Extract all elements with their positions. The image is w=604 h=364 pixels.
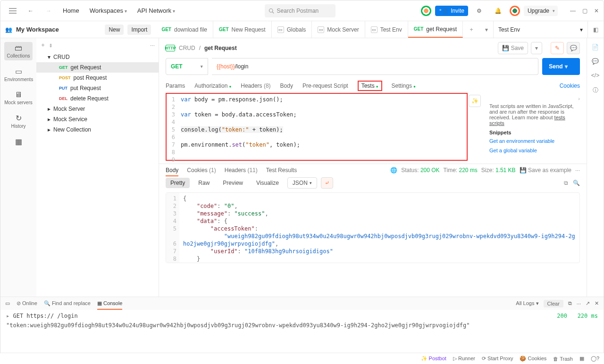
user-avatar-icon[interactable] (510, 6, 520, 16)
more-icon[interactable]: ··· (150, 42, 155, 49)
proxy-link[interactable]: ⟳ Start Proxy (482, 356, 513, 362)
postbot-link[interactable]: ✨ Postbot (421, 356, 446, 362)
send-button[interactable]: Send▾ (542, 58, 580, 75)
add-tab-button[interactable]: ＋ (463, 21, 480, 38)
network-icon[interactable]: 🌐 (390, 167, 397, 174)
breadcrumb-collection[interactable]: CRUD (179, 45, 195, 51)
code-icon[interactable]: </> (591, 72, 599, 79)
environment-selector[interactable]: Test Env▾ (493, 21, 587, 38)
chevron-right-icon[interactable]: › (578, 96, 580, 101)
maximize-icon[interactable]: ▢ (582, 8, 587, 14)
menu-icon[interactable] (5, 3, 20, 18)
notifications-icon[interactable]: 🔔 (491, 3, 506, 18)
runner-link[interactable]: ▷ Runner (453, 356, 475, 362)
console-tab[interactable]: ▦ Console (97, 300, 122, 306)
tab-test-env[interactable]: ▭Test Env (365, 21, 408, 38)
copy-icon[interactable]: ⧉ (568, 300, 572, 306)
view-preview[interactable]: Preview (218, 178, 248, 188)
docs-icon[interactable]: 📄 (592, 44, 599, 50)
resp-tests[interactable]: Test Results (266, 167, 297, 174)
nav-workspaces[interactable]: Workspaces (86, 5, 131, 16)
copy-icon[interactable]: ⧉ (564, 180, 568, 186)
tab-mock-server[interactable]: ▭Mock Server (312, 21, 365, 38)
nav-api-network[interactable]: API Network (134, 5, 179, 16)
minimize-icon[interactable]: — (570, 8, 576, 14)
tree-mock-server[interactable]: ▸Mock Server (36, 104, 159, 114)
tree-get-request[interactable]: GETget Request (36, 62, 159, 73)
help-icon[interactable]: ◯? (591, 356, 599, 362)
tree-put-request[interactable]: PUTput Request (36, 83, 159, 93)
save-button[interactable]: 💾Save (498, 42, 528, 54)
tab-globals[interactable]: ▭Globals (272, 21, 312, 38)
tab-get-request[interactable]: GETget Request (408, 21, 463, 38)
import-button[interactable]: Import (127, 25, 151, 35)
tab-download-file[interactable]: GETdownload file (156, 21, 213, 38)
comment-icon[interactable]: 💬 (567, 42, 580, 54)
view-raw[interactable]: Raw (193, 178, 214, 188)
snippet-env-var[interactable]: Get an environment variable (489, 138, 580, 144)
tree-crud[interactable]: ▾CRUD (36, 52, 159, 62)
settings-icon[interactable]: ⚙ (472, 3, 487, 18)
more-icon[interactable]: ··· (575, 167, 580, 174)
back-icon[interactable]: ← (23, 3, 38, 18)
cookies-link[interactable]: 🍪 Cookies (520, 356, 546, 362)
response-body[interactable]: 12345678 { "code": "0", "message": "succ… (166, 192, 580, 263)
wrap-icon[interactable]: ⤶ (321, 177, 333, 189)
filter-icon[interactable]: ⫾ (50, 42, 52, 49)
tab-headers[interactable]: Headers (8) (241, 83, 270, 89)
new-button[interactable]: New (105, 25, 124, 35)
expand-icon[interactable]: ↗ (586, 300, 590, 306)
close-icon[interactable]: ✕ (594, 8, 599, 14)
method-selector[interactable]: GET▾ (166, 58, 208, 75)
tab-prerequest[interactable]: Pre-request Script (302, 83, 348, 89)
search-input[interactable]: Search Postman (265, 4, 336, 17)
search-icon[interactable]: 🔍 (573, 180, 580, 186)
more-icon[interactable]: ··· (577, 301, 581, 306)
find-replace[interactable]: 🔍 Find and replace (44, 300, 91, 306)
tab-params[interactable]: Params (166, 83, 185, 89)
panels-icon[interactable]: ▦ (579, 356, 584, 362)
save-example-button[interactable]: 💾 Save as example (520, 167, 571, 174)
tab-settings[interactable]: Settings (392, 83, 416, 89)
view-visualize[interactable]: Visualize (252, 178, 284, 188)
log-filter[interactable]: All Logs ▾ (516, 300, 538, 306)
code-area[interactable]: var body = pm.response.json(); var token… (178, 94, 467, 160)
upgrade-button[interactable]: Upgrade (524, 6, 558, 16)
panel-toggle-icon[interactable]: ▭ (5, 300, 10, 306)
resp-cookies[interactable]: Cookies (1) (187, 167, 216, 174)
clear-button[interactable]: Clear (544, 300, 563, 307)
close-icon[interactable]: ✕ (595, 300, 599, 306)
rail-environments[interactable]: ▭Environments (4, 65, 33, 84)
info-icon[interactable]: ⓘ (593, 86, 598, 94)
tab-new-request[interactable]: GETNew Request (213, 21, 272, 38)
tab-authorization[interactable]: Authorization (194, 83, 231, 89)
team-avatar-icon[interactable] (421, 6, 431, 16)
snippet-global-var[interactable]: Get a global variable (489, 148, 580, 153)
trash-link[interactable]: 🗑 Trash (553, 356, 573, 362)
tab-tests[interactable]: Tests (358, 81, 382, 91)
url-input[interactable]: {{host}}/login (212, 58, 538, 75)
tree-delete-request[interactable]: DELdelete Request (36, 93, 159, 104)
rail-mock-servers[interactable]: 🖥Mock servers (4, 89, 33, 107)
resp-body[interactable]: Body (166, 167, 178, 174)
forward-icon[interactable]: → (41, 3, 56, 18)
online-indicator[interactable]: ⊘ Online (17, 300, 37, 306)
rail-collections[interactable]: 🗃Collections (4, 42, 33, 60)
ai-assist-icon[interactable]: ✨ (469, 95, 481, 107)
tests-editor[interactable]: 123456789 var body = pm.response.json();… (166, 93, 468, 161)
tree-mock-service[interactable]: ▸Mock Service (36, 114, 159, 124)
tree-post-request[interactable]: POSTpost Request (36, 73, 159, 83)
rail-configure[interactable]: ▦ (4, 135, 33, 149)
lang-selector[interactable]: JSON▾ (287, 177, 317, 189)
resp-headers[interactable]: Headers (11) (225, 167, 258, 174)
tab-body[interactable]: Body (280, 83, 293, 89)
tree-new-collection[interactable]: ▸New Collection (36, 124, 159, 135)
comments-icon[interactable]: 💬 (592, 58, 599, 65)
env-quick-look-icon[interactable]: ◧ (587, 21, 604, 38)
save-dropdown[interactable]: ▾ (531, 42, 542, 54)
rail-history[interactable]: ↻History (4, 112, 33, 131)
add-collection-icon[interactable]: ＋ (40, 41, 46, 49)
edit-icon[interactable]: ✎ (551, 42, 564, 54)
nav-home[interactable]: Home (59, 5, 83, 16)
tabs-dropdown-icon[interactable]: ▾ (480, 21, 493, 38)
